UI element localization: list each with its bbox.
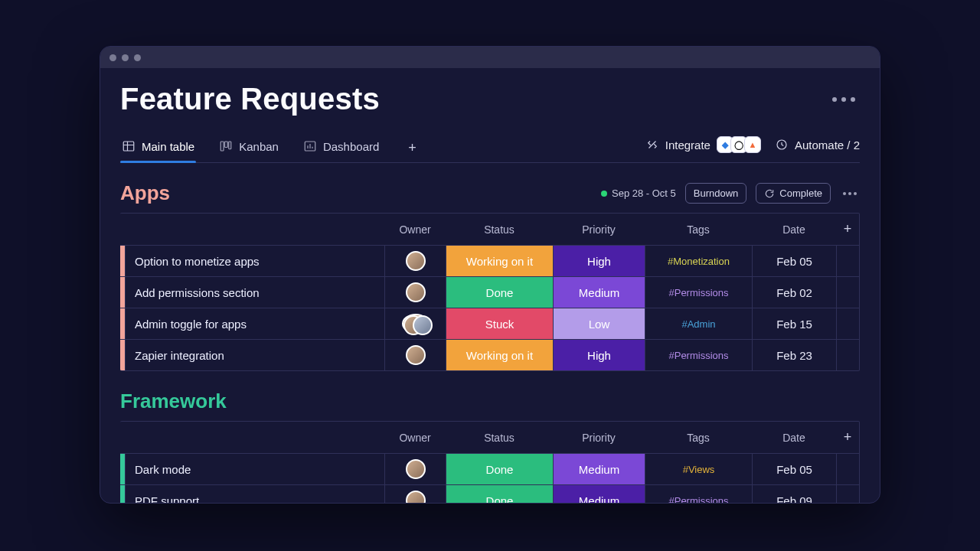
refresh-icon bbox=[764, 188, 775, 199]
row-owner[interactable] bbox=[384, 308, 446, 339]
integration-badges: ◆ ◯ ▲ bbox=[717, 136, 761, 153]
avatar-icon bbox=[402, 314, 430, 334]
row-date[interactable]: Feb 02 bbox=[752, 277, 836, 308]
integrate-label: Integrate bbox=[665, 139, 710, 152]
avatar-icon bbox=[406, 251, 426, 271]
burndown-button[interactable]: Burndown bbox=[685, 183, 747, 204]
row-title[interactable]: Dark mode bbox=[125, 454, 384, 484]
column-header[interactable]: Status bbox=[446, 216, 553, 243]
row-owner[interactable] bbox=[384, 485, 446, 503]
table-row[interactable]: Admin toggle for appsStuckLow#AdminFeb 1… bbox=[120, 308, 859, 339]
row-tag[interactable]: #Admin bbox=[645, 308, 752, 339]
row-owner[interactable] bbox=[384, 246, 446, 276]
row-date[interactable]: Feb 09 bbox=[752, 485, 836, 503]
add-column-button[interactable]: + bbox=[836, 214, 859, 245]
row-status[interactable]: Done bbox=[446, 277, 553, 308]
table-row[interactable]: Dark modeDoneMedium#ViewsFeb 05 bbox=[120, 453, 859, 484]
tab-label: Main table bbox=[142, 140, 194, 153]
row-owner[interactable] bbox=[384, 277, 446, 308]
row-status[interactable]: Done bbox=[446, 454, 553, 484]
row-date[interactable]: Feb 05 bbox=[752, 454, 836, 484]
row-tag[interactable]: #Permissions bbox=[645, 277, 752, 308]
group-framework: FrameworkOwnerStatusPriorityTagsDate+Dar… bbox=[120, 390, 860, 503]
row-owner[interactable] bbox=[384, 454, 446, 484]
table-row[interactable]: Option to monetize appsWorking on itHigh… bbox=[120, 245, 859, 276]
column-header[interactable]: Owner bbox=[384, 216, 446, 243]
row-status[interactable]: Stuck bbox=[446, 308, 553, 339]
row-priority[interactable]: Medium bbox=[553, 277, 645, 308]
kanban-icon bbox=[219, 139, 233, 153]
row-priority[interactable]: High bbox=[553, 246, 645, 276]
row-title[interactable]: Zapier integration bbox=[125, 340, 384, 370]
integration-badge-icon: ▲ bbox=[744, 136, 761, 153]
table-row[interactable]: Add permissions sectionDoneMedium#Permis… bbox=[120, 276, 859, 308]
view-tabs: Main table Kanban Dashboard + bbox=[120, 133, 860, 163]
row-tag[interactable]: #Permissions bbox=[645, 340, 752, 370]
row-tag[interactable]: #Permissions bbox=[645, 485, 752, 503]
tab-label: Dashboard bbox=[323, 140, 379, 153]
row-title[interactable]: PDF support bbox=[125, 485, 384, 503]
svg-rect-3 bbox=[229, 142, 231, 149]
window-maximize-icon[interactable] bbox=[134, 54, 141, 61]
window-close-icon[interactable] bbox=[109, 54, 116, 61]
row-status[interactable]: Done bbox=[446, 485, 553, 503]
column-header[interactable]: Tags bbox=[645, 216, 752, 243]
row-trail bbox=[836, 277, 859, 308]
row-status[interactable]: Working on it bbox=[446, 246, 553, 276]
add-view-button[interactable]: + bbox=[402, 135, 423, 161]
row-priority[interactable]: Medium bbox=[553, 454, 645, 484]
tab-kanban[interactable]: Kanban bbox=[217, 133, 280, 162]
tab-dashboard[interactable]: Dashboard bbox=[302, 133, 381, 162]
column-header[interactable]: Priority bbox=[553, 424, 645, 452]
column-header[interactable]: Status bbox=[446, 424, 553, 452]
row-priority[interactable]: High bbox=[553, 340, 645, 370]
row-title[interactable]: Admin toggle for apps bbox=[125, 308, 384, 339]
automate-button[interactable]: Automate / 2 bbox=[775, 138, 860, 152]
chart-icon bbox=[303, 139, 317, 153]
window-titlebar bbox=[100, 47, 880, 68]
row-status[interactable]: Working on it bbox=[446, 340, 553, 370]
group-table: OwnerStatusPriorityTagsDate+Dark modeDon… bbox=[120, 421, 860, 503]
row-trail bbox=[836, 246, 859, 276]
row-owner[interactable] bbox=[384, 340, 446, 370]
svg-rect-0 bbox=[123, 142, 134, 151]
row-tag[interactable]: #Monetization bbox=[645, 246, 752, 276]
avatar-icon bbox=[406, 491, 426, 503]
tab-label: Kanban bbox=[239, 140, 279, 153]
group-meta: Sep 28 - Oct 5BurndownComplete bbox=[601, 183, 860, 204]
add-column-button[interactable]: + bbox=[836, 422, 859, 453]
complete-button[interactable]: Complete bbox=[756, 183, 831, 204]
avatar-icon bbox=[406, 459, 426, 479]
column-header[interactable]: Date bbox=[752, 424, 836, 452]
row-date[interactable]: Feb 05 bbox=[752, 246, 836, 276]
group-title[interactable]: Apps bbox=[120, 181, 170, 205]
avatar-icon bbox=[406, 345, 426, 365]
column-header bbox=[125, 430, 384, 445]
table-row[interactable]: Zapier integrationWorking on itHigh#Perm… bbox=[120, 339, 859, 370]
row-priority[interactable]: Medium bbox=[553, 485, 645, 503]
column-header[interactable]: Date bbox=[752, 216, 836, 243]
window-minimize-icon[interactable] bbox=[122, 54, 129, 61]
row-priority[interactable]: Low bbox=[553, 308, 645, 339]
status-dot-icon bbox=[601, 191, 607, 197]
integrate-button[interactable]: Integrate ◆ ◯ ▲ bbox=[645, 136, 761, 153]
row-date[interactable]: Feb 15 bbox=[752, 308, 836, 339]
group-title[interactable]: Framework bbox=[120, 390, 227, 413]
group-more-button[interactable] bbox=[840, 189, 860, 198]
dots-icon bbox=[832, 97, 837, 102]
avatar-icon bbox=[406, 282, 426, 302]
column-header bbox=[125, 222, 384, 237]
table-row[interactable]: PDF supportDoneMedium#PermissionsFeb 09 bbox=[120, 484, 859, 503]
automate-label: Automate / 2 bbox=[795, 139, 860, 152]
tab-main-table[interactable]: Main table bbox=[120, 133, 196, 162]
row-trail bbox=[836, 308, 859, 339]
row-title[interactable]: Option to monetize apps bbox=[125, 246, 384, 276]
column-header[interactable]: Priority bbox=[553, 216, 645, 243]
plug-icon bbox=[645, 138, 659, 152]
row-title[interactable]: Add permissions section bbox=[125, 277, 384, 308]
column-header[interactable]: Owner bbox=[384, 424, 446, 452]
column-header[interactable]: Tags bbox=[645, 424, 752, 452]
row-tag[interactable]: #Views bbox=[645, 454, 752, 484]
page-more-button[interactable] bbox=[828, 93, 860, 106]
row-date[interactable]: Feb 23 bbox=[752, 340, 836, 370]
